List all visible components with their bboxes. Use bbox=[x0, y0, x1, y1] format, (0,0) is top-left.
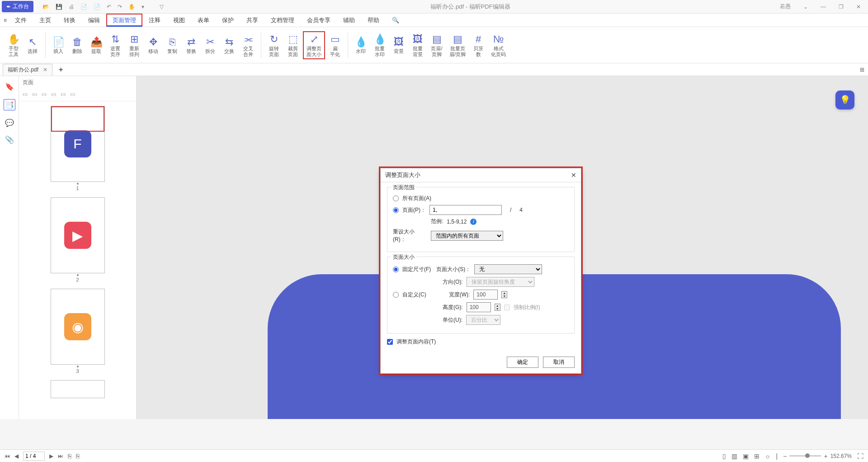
ribbon-delete[interactable]: 🗑删除 bbox=[68, 32, 86, 58]
attachments-icon[interactable]: 📎 bbox=[5, 135, 14, 144]
ribbon-reverse[interactable]: ⇅逆置 页序 bbox=[106, 32, 124, 58]
menu-help[interactable]: 帮助 bbox=[361, 14, 386, 27]
zoom-slider[interactable] bbox=[789, 455, 821, 457]
view-grid-icon[interactable]: ⊞ bbox=[754, 452, 760, 460]
menu-protect[interactable]: 保护 bbox=[216, 14, 240, 27]
ribbon-format-page-number[interactable]: №格式 化页码 bbox=[488, 32, 509, 58]
ribbon-move[interactable]: ✥移动 bbox=[144, 32, 162, 58]
menu-share[interactable]: 共享 bbox=[240, 14, 264, 27]
ribbon-batch-bg[interactable]: 🖼批量 背景 bbox=[409, 32, 427, 58]
save-icon[interactable]: 💾 bbox=[56, 4, 62, 10]
pages-icon[interactable]: 📑 bbox=[4, 99, 15, 110]
hamburger-icon[interactable]: ≡ bbox=[4, 17, 7, 24]
ribbon-crop[interactable]: ⬚裁剪 页面 bbox=[284, 31, 302, 59]
menu-vip[interactable]: 会员专享 bbox=[301, 14, 337, 27]
page-thumbnail-2[interactable]: ▶ bbox=[51, 197, 105, 273]
close-button[interactable]: ✕ bbox=[854, 3, 863, 11]
menu-assist[interactable]: 辅助 bbox=[337, 14, 361, 27]
menu-convert[interactable]: 转换 bbox=[57, 14, 82, 27]
nav-icon[interactable]: ⎘ bbox=[68, 452, 71, 460]
next-page-button[interactable]: ▶ bbox=[49, 453, 53, 459]
ribbon-split[interactable]: ✂拆分 bbox=[201, 32, 219, 58]
info-icon[interactable]: i bbox=[470, 219, 476, 225]
menu-view[interactable]: 视图 bbox=[167, 14, 191, 27]
menu-form[interactable]: 表单 bbox=[191, 14, 216, 27]
ribbon-resize-page[interactable]: ⤢调整页 面大小 bbox=[303, 31, 325, 59]
panel-icon[interactable]: ▭ bbox=[42, 91, 47, 97]
pages-input[interactable] bbox=[429, 205, 502, 215]
undo-icon[interactable]: ↶ bbox=[107, 4, 111, 10]
ribbon-watermark[interactable]: 💧水印 bbox=[352, 32, 370, 58]
page-viewer[interactable]: 调整页面大小 ✕ 页面范围 所有页面(A) 页面(P)： / 4 bbox=[137, 76, 868, 419]
zoom-in-button[interactable]: + bbox=[824, 452, 827, 460]
cancel-button[interactable]: 取消 bbox=[543, 357, 575, 368]
ribbon-extract[interactable]: 📤提取 bbox=[87, 32, 105, 58]
ribbon-flatten[interactable]: ▭扁 平化 bbox=[326, 31, 344, 59]
nav-icon[interactable]: ⎘ bbox=[76, 452, 80, 460]
ok-button[interactable]: 确定 bbox=[507, 357, 538, 368]
open-icon[interactable]: 📂 bbox=[42, 4, 49, 10]
maximize-button[interactable]: ❐ bbox=[836, 3, 846, 11]
document-tab[interactable]: 福昕办公.pdf ✕ bbox=[3, 64, 52, 76]
all-pages-radio[interactable] bbox=[393, 195, 399, 201]
dialog-close-button[interactable]: ✕ bbox=[571, 171, 576, 179]
tab-add-button[interactable]: + bbox=[59, 66, 63, 74]
height-spinner[interactable]: ▲▼ bbox=[495, 304, 500, 311]
page-thumbnail-1[interactable]: F bbox=[51, 106, 105, 182]
comments-icon[interactable]: 💬 bbox=[5, 119, 14, 127]
pages-radio[interactable] bbox=[393, 207, 399, 213]
minimize-button[interactable]: — bbox=[818, 3, 829, 11]
dropdown-icon[interactable]: ▾ bbox=[142, 4, 144, 10]
ribbon-background[interactable]: 🖼背景 bbox=[390, 32, 408, 58]
menu-page-manage[interactable]: 页面管理 bbox=[106, 14, 142, 27]
ribbon-header-footer[interactable]: ▤页眉/ 页脚 bbox=[428, 32, 446, 58]
panel-icon[interactable]: ▭ bbox=[23, 91, 28, 97]
ribbon-batch-watermark[interactable]: 💧批量 水印 bbox=[371, 32, 389, 58]
fullscreen-icon[interactable]: ⛶ bbox=[857, 452, 863, 460]
adjust-content-checkbox[interactable] bbox=[387, 339, 393, 345]
menu-edit[interactable]: 编辑 bbox=[82, 14, 106, 27]
panel-icon[interactable]: ▭ bbox=[70, 91, 75, 97]
ribbon-hand-tool[interactable]: ✋手型 工具 bbox=[5, 32, 23, 58]
view-continuous-icon[interactable]: ▥ bbox=[731, 452, 737, 460]
bookmark-icon[interactable]: 🔖 bbox=[5, 82, 14, 91]
doc-icon[interactable]: 📄 bbox=[94, 4, 100, 10]
help-lightbulb-button[interactable]: 💡 bbox=[835, 90, 854, 110]
prev-page-button[interactable]: ◀ bbox=[14, 453, 19, 459]
redo-icon[interactable]: ↷ bbox=[118, 4, 122, 10]
more-icon[interactable]: ▽ bbox=[160, 4, 164, 10]
view-single-icon[interactable]: ▯ bbox=[722, 452, 726, 460]
tab-expand-icon[interactable]: ⊞ bbox=[860, 67, 864, 73]
ribbon-swap[interactable]: ⇆交换 bbox=[220, 32, 238, 58]
ribbon-rearrange[interactable]: ⊞重新 排列 bbox=[125, 32, 143, 58]
print-icon[interactable]: 🖨 bbox=[69, 4, 74, 10]
user-dropdown-icon[interactable]: ⌄ bbox=[801, 3, 811, 11]
panel-icon[interactable]: ▭ bbox=[61, 91, 66, 97]
panel-icon[interactable]: ▭ bbox=[51, 91, 56, 97]
ribbon-batch-hf[interactable]: ▤批量页 眉/页脚 bbox=[447, 32, 468, 58]
ribbon-select[interactable]: ↖选择 bbox=[24, 32, 42, 58]
menu-comment[interactable]: 注释 bbox=[142, 14, 167, 27]
first-page-button[interactable]: ⏮ bbox=[5, 453, 10, 459]
view-brightness-icon[interactable]: ☼ bbox=[765, 452, 771, 460]
page-size-select[interactable]: 无 bbox=[474, 264, 542, 274]
panel-icon[interactable]: ▭ bbox=[32, 91, 37, 97]
ribbon-insert[interactable]: 📄插入 bbox=[49, 32, 67, 58]
workspace-button[interactable]: ✒ 工作台 bbox=[2, 1, 33, 12]
zoom-out-button[interactable]: − bbox=[783, 452, 787, 460]
ribbon-cross-merge[interactable]: ⫘交叉 合并 bbox=[239, 32, 257, 58]
doc-add-icon[interactable]: 📄 bbox=[80, 4, 87, 10]
view-two-page-icon[interactable]: ▣ bbox=[743, 452, 749, 460]
fixed-size-radio[interactable] bbox=[393, 267, 399, 272]
page-thumbnail-3[interactable]: ◉ bbox=[51, 289, 105, 365]
ribbon-copy[interactable]: ⎘复制 bbox=[163, 32, 181, 58]
tab-close-icon[interactable]: ✕ bbox=[43, 67, 47, 73]
custom-size-radio[interactable] bbox=[393, 292, 399, 298]
menu-doc-manage[interactable]: 文档管理 bbox=[264, 14, 301, 27]
ribbon-bates[interactable]: #贝茨 数 bbox=[469, 32, 487, 58]
user-label[interactable]: 若愚 bbox=[777, 2, 793, 11]
menu-home[interactable]: 主页 bbox=[33, 14, 57, 27]
page-thumbnail-4[interactable] bbox=[51, 380, 105, 398]
page-number-input[interactable] bbox=[23, 452, 45, 461]
last-page-button[interactable]: ⏭ bbox=[58, 453, 63, 459]
